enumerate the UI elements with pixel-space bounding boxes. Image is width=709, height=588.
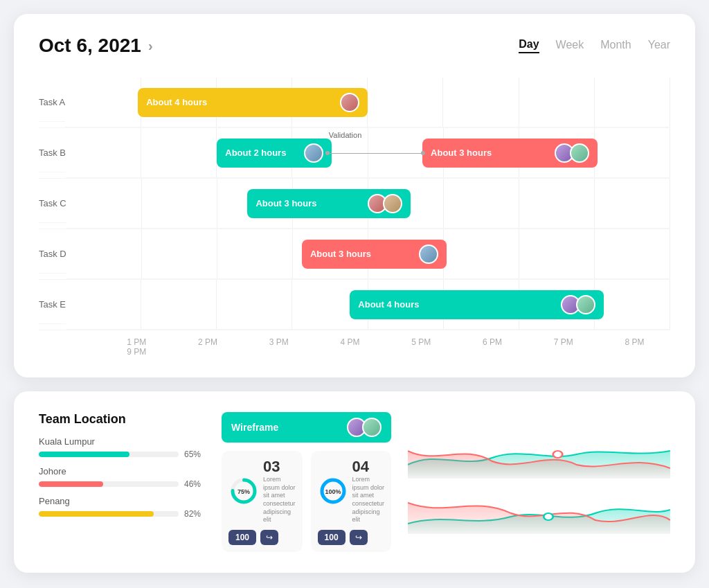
donut-chart-1: 75%: [228, 476, 259, 506]
time-label-4pm: 4 PM: [314, 337, 386, 347]
stat-icon-btn-2[interactable]: ↪: [350, 530, 368, 545]
bar-label-b2: About 3 hours: [431, 148, 492, 158]
time-label-2pm: 2 PM: [172, 337, 244, 347]
stat-btn-1[interactable]: 100: [228, 530, 256, 545]
bar-task-b1[interactable]: About 2 hours: [217, 139, 332, 168]
bar-task-a[interactable]: About 4 hours: [138, 88, 368, 117]
team-location-title: Team Location: [39, 412, 205, 427]
stat-block-1: 75% 03 Lorem ipsum dolor sit amet consec…: [222, 451, 303, 552]
location-item-penang: Penang 82%: [39, 496, 205, 519]
bar-label-c: About 3 hours: [255, 198, 316, 208]
task-label-b: Task B: [39, 134, 66, 172]
location-name-penang: Penang: [39, 496, 205, 506]
location-name-kl: Kuala Lumpur: [39, 436, 205, 447]
task-label-a: Task A: [39, 83, 65, 122]
tab-month[interactable]: Month: [600, 39, 631, 53]
stat-num-2: 04: [352, 458, 385, 476]
stat-num-1: 03: [263, 458, 296, 476]
chart-dot-1: [553, 451, 563, 458]
time-label-6pm: 6 PM: [457, 337, 528, 347]
bar-label-e: About 4 hours: [358, 299, 419, 310]
validation-line: [325, 153, 422, 154]
pct-johore: 46%: [184, 479, 205, 489]
mini-chart-1: [408, 430, 670, 479]
tab-year[interactable]: Year: [648, 39, 670, 53]
gantt-card: Oct 6, 2021 › Day Week Month Year Task A…: [14, 14, 695, 377]
bar-label-d: About 3 hours: [310, 249, 371, 259]
progress-fill-kl: [39, 452, 129, 457]
wireframe-bar[interactable]: Wireframe: [222, 412, 391, 443]
validation-label: Validation: [329, 131, 362, 139]
progress-bar-johore: [39, 481, 179, 487]
bar-task-e[interactable]: About 4 hours: [350, 290, 604, 319]
stat-block-2: 100% 04 Lorem ipsum dolor sit amet conse…: [311, 451, 392, 552]
svg-text:100%: 100%: [325, 488, 341, 495]
chart-svg-1: [408, 430, 670, 479]
date-text: Oct 6, 2021: [39, 35, 141, 57]
wireframe-label: Wireframe: [231, 422, 278, 433]
svg-text:75%: 75%: [237, 488, 250, 495]
chart-svg-2: [408, 485, 670, 534]
pct-kl: 65%: [184, 449, 205, 459]
bottom-layout: Team Location Kuala Lumpur 65% Johore 46…: [39, 412, 670, 552]
location-item-kl: Kuala Lumpur 65%: [39, 436, 205, 459]
tab-week[interactable]: Week: [556, 39, 584, 53]
avatar: [304, 143, 323, 163]
donut-chart-2: 100%: [318, 476, 348, 506]
avatar: [419, 244, 438, 264]
wireframe-section: Wireframe 75% 03: [222, 412, 391, 552]
pct-penang: 82%: [184, 509, 205, 519]
time-label-5pm: 5 PM: [386, 337, 457, 347]
bottom-card: Team Location Kuala Lumpur 65% Johore 46…: [14, 391, 695, 573]
chart-section: [408, 412, 670, 552]
progress-bar-kl: [39, 452, 179, 457]
view-tabs: Day Week Month Year: [519, 38, 670, 53]
time-label-1pm: 1 PM: [101, 337, 172, 347]
stat-btn-2[interactable]: 100: [318, 530, 345, 545]
location-item-johore: Johore 46%: [39, 466, 205, 489]
gantt-chart: Task A About 4 hours Task B: [39, 78, 670, 357]
avatar: [570, 143, 589, 163]
bar-task-d[interactable]: About 3 hours: [302, 240, 447, 269]
chart-dot-2: [544, 513, 553, 520]
avatar: [362, 418, 382, 437]
progress-bar-penang: [39, 511, 179, 517]
progress-fill-johore: [39, 481, 103, 487]
stats-row: 75% 03 Lorem ipsum dolor sit amet consec…: [222, 451, 391, 552]
time-label-7pm: 7 PM: [528, 337, 600, 347]
gantt-header: Oct 6, 2021 › Day Week Month Year: [39, 35, 670, 57]
time-label-9pm: 9 PM: [101, 347, 172, 357]
bar-task-c[interactable]: About 3 hours: [247, 189, 411, 218]
stat-text-2: Lorem ipsum dolor sit amet consectetur a…: [352, 476, 385, 524]
next-chevron-icon[interactable]: ›: [148, 38, 153, 54]
task-label-c: Task C: [39, 184, 66, 223]
location-name-johore: Johore: [39, 466, 205, 476]
tab-day[interactable]: Day: [519, 38, 539, 53]
bar-label-b1: About 2 hours: [225, 148, 286, 158]
avatar: [383, 194, 402, 213]
task-label-e: Task E: [39, 285, 66, 324]
stat-text-1: Lorem ipsum dolor sit amet consectetur a…: [263, 476, 296, 524]
task-label-d: Task D: [39, 235, 66, 274]
bar-task-b2[interactable]: About 3 hours: [422, 139, 598, 168]
progress-fill-penang: [39, 511, 154, 517]
stat-icon-btn-1[interactable]: ↪: [260, 530, 278, 545]
mini-chart-2: [408, 485, 670, 534]
time-label-8pm: 8 PM: [599, 337, 670, 347]
date-title: Oct 6, 2021 ›: [39, 35, 153, 57]
avatar: [576, 295, 595, 314]
time-label-3pm: 3 PM: [244, 337, 315, 347]
avatar: [340, 93, 359, 112]
bar-label-a: About 4 hours: [146, 97, 207, 107]
team-location-section: Team Location Kuala Lumpur 65% Johore 46…: [39, 412, 205, 552]
